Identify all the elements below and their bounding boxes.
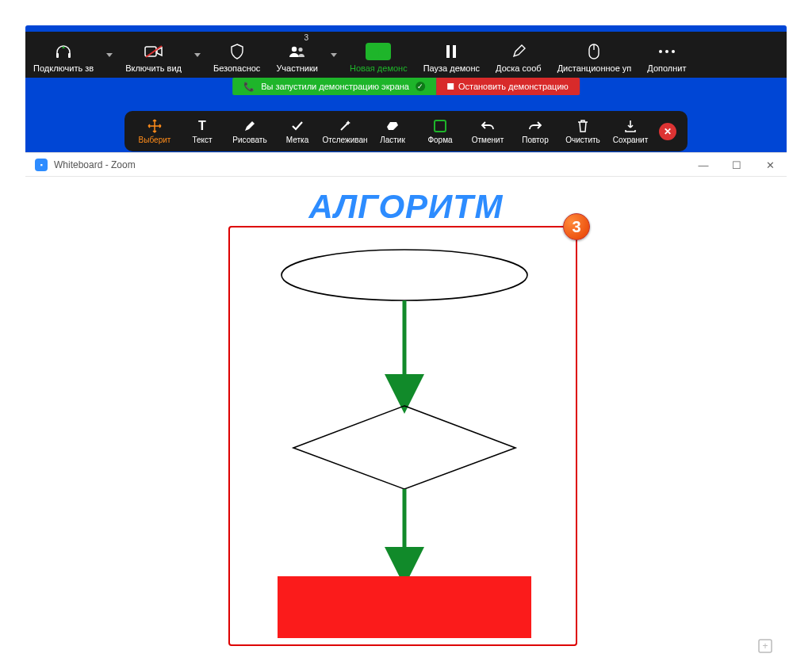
stop-icon bbox=[447, 83, 454, 90]
expand-canvas-button[interactable]: + bbox=[758, 639, 772, 653]
window-maximize-button[interactable]: ☐ bbox=[720, 153, 753, 177]
whiteboard-titlebar[interactable]: ▪ Whiteboard - Zoom — ☐ ✕ bbox=[25, 153, 787, 177]
text-tool-label: Текст bbox=[192, 136, 212, 144]
window-close-button[interactable]: ✕ bbox=[753, 153, 787, 177]
close-annotation-button[interactable]: ✕ bbox=[659, 123, 676, 140]
participants-label: Участники bbox=[276, 63, 318, 73]
svg-rect-7 bbox=[453, 45, 456, 58]
eraser-tool-label: Ластик bbox=[380, 136, 405, 144]
whiteboard-window-title: Whiteboard - Zoom bbox=[54, 159, 136, 170]
audio-caret-icon[interactable] bbox=[102, 32, 117, 78]
more-label: Дополнит bbox=[647, 63, 686, 73]
redo-tool-label: Повтор bbox=[522, 136, 548, 144]
svg-point-10 bbox=[659, 50, 662, 53]
share-status-bar: 📞 Вы запустили демонстрацию экрана ✓ Ост… bbox=[232, 78, 580, 95]
terminator-shape bbox=[282, 250, 527, 300]
share-running-banner: 📞 Вы запустили демонстрацию экрана ✓ bbox=[232, 78, 436, 95]
flowchart-diagram bbox=[230, 227, 579, 648]
participants-button[interactable]: 3 Участники bbox=[268, 32, 326, 78]
share-running-text: Вы запустили демонстрацию экрана bbox=[261, 82, 409, 91]
clear-tool-label: Очистить bbox=[565, 136, 600, 144]
move-icon bbox=[147, 118, 162, 134]
save-tool[interactable]: Сохранит bbox=[608, 116, 653, 147]
whiteboard-canvas[interactable]: АЛГОРИТМ 3 bbox=[25, 177, 787, 666]
format-tool[interactable]: Форма bbox=[418, 116, 462, 147]
svg-line-3 bbox=[146, 46, 162, 57]
redo-tool[interactable]: Повтор bbox=[513, 116, 557, 147]
stop-share-button[interactable]: Остановить демонстрацию bbox=[436, 78, 580, 95]
draw-tool[interactable]: Рисовать bbox=[228, 116, 272, 147]
save-tool-label: Сохранит bbox=[613, 136, 648, 144]
undo-tool[interactable]: Отменит bbox=[465, 116, 510, 147]
pause-share-label: Пауза демонс bbox=[423, 63, 480, 73]
text-tool[interactable]: T Текст bbox=[180, 116, 224, 147]
participants-caret-icon[interactable] bbox=[326, 32, 342, 78]
close-icon: ✕ bbox=[664, 126, 672, 137]
text-icon: T bbox=[198, 118, 206, 134]
svg-point-12 bbox=[672, 50, 675, 53]
join-audio-button[interactable]: Подключить зв bbox=[25, 32, 102, 78]
svg-rect-0 bbox=[56, 53, 59, 58]
whiteboard-window: ▪ Whiteboard - Zoom — ☐ ✕ АЛГОРИТМ 3 bbox=[25, 152, 787, 666]
decision-shape bbox=[293, 406, 515, 489]
check-icon bbox=[291, 118, 304, 134]
format-tool-label: Форма bbox=[427, 136, 452, 144]
more-dots-icon bbox=[658, 43, 676, 60]
window-minimize-button[interactable]: — bbox=[687, 153, 720, 177]
mouse-icon bbox=[588, 43, 599, 60]
stamp-tool[interactable]: Метка bbox=[275, 116, 320, 147]
draw-tool-label: Рисовать bbox=[232, 136, 266, 144]
redo-icon bbox=[528, 118, 542, 134]
pencil-icon bbox=[511, 43, 526, 60]
phone-icon: 📞 bbox=[243, 82, 255, 92]
security-label: Безопаснос bbox=[213, 63, 260, 73]
whiteboard-label: Доска сооб bbox=[496, 63, 542, 73]
color-square-icon bbox=[434, 118, 446, 134]
remote-control-button[interactable]: Дистанционное уп bbox=[550, 32, 640, 78]
stop-share-label: Остановить демонстрацию bbox=[458, 82, 569, 91]
share-up-icon: ↑ bbox=[366, 43, 391, 60]
headphones-icon bbox=[55, 43, 72, 60]
whiteboard-button[interactable]: Доска сооб bbox=[488, 32, 550, 78]
video-off-icon bbox=[144, 43, 163, 60]
process-shape bbox=[278, 576, 531, 638]
pen-icon bbox=[243, 118, 256, 134]
selection-box[interactable]: 3 bbox=[228, 226, 577, 646]
svg-rect-6 bbox=[446, 45, 450, 58]
start-video-button[interactable]: Включить вид bbox=[117, 32, 190, 78]
svg-point-11 bbox=[665, 50, 668, 53]
svg-rect-1 bbox=[68, 53, 71, 58]
video-caret-icon[interactable] bbox=[190, 32, 205, 78]
join-audio-label: Подключить зв bbox=[33, 63, 94, 73]
zoom-app-icon: ▪ bbox=[35, 159, 48, 171]
start-video-label: Включить вид bbox=[125, 63, 182, 73]
shield-icon bbox=[230, 43, 244, 60]
meeting-toolbar: Подключить зв Включить вид Безопаснос 3 … bbox=[25, 32, 787, 78]
eraser-icon bbox=[385, 118, 400, 134]
undo-tool-label: Отменит bbox=[472, 136, 504, 144]
eraser-tool[interactable]: Ластик bbox=[370, 116, 415, 147]
new-share-button[interactable]: ↑ Новая демонс bbox=[342, 32, 416, 78]
stamp-tool-label: Метка bbox=[286, 136, 308, 144]
shield-check-icon: ✓ bbox=[416, 82, 425, 91]
undo-icon bbox=[481, 118, 495, 134]
pause-share-button[interactable]: Пауза демонс bbox=[416, 32, 488, 78]
remote-control-label: Дистанционное уп bbox=[557, 63, 632, 73]
new-share-label: Новая демонс bbox=[350, 63, 408, 73]
annotation-toolbar: Выберит T Текст Рисовать Метка Отслежива… bbox=[124, 111, 688, 151]
select-tool[interactable]: Выберит bbox=[132, 116, 177, 147]
svg-point-5 bbox=[298, 48, 302, 52]
clear-tool[interactable]: Очистить bbox=[561, 116, 605, 147]
select-tool-label: Выберит bbox=[139, 136, 171, 144]
participants-count: 3 bbox=[304, 33, 308, 42]
spotlight-tool[interactable]: Отслеживан bbox=[323, 116, 367, 147]
security-button[interactable]: Безопаснос bbox=[205, 32, 268, 78]
desktop-area: Подключить зв Включить вид Безопаснос 3 … bbox=[25, 25, 787, 666]
more-button[interactable]: Дополнит bbox=[639, 32, 694, 78]
participants-icon bbox=[288, 43, 307, 60]
pause-icon bbox=[445, 43, 458, 60]
whiteboard-heading: АЛГОРИТМ bbox=[25, 188, 787, 226]
download-icon bbox=[624, 118, 637, 134]
trash-icon bbox=[577, 118, 588, 134]
svg-point-4 bbox=[291, 47, 296, 52]
